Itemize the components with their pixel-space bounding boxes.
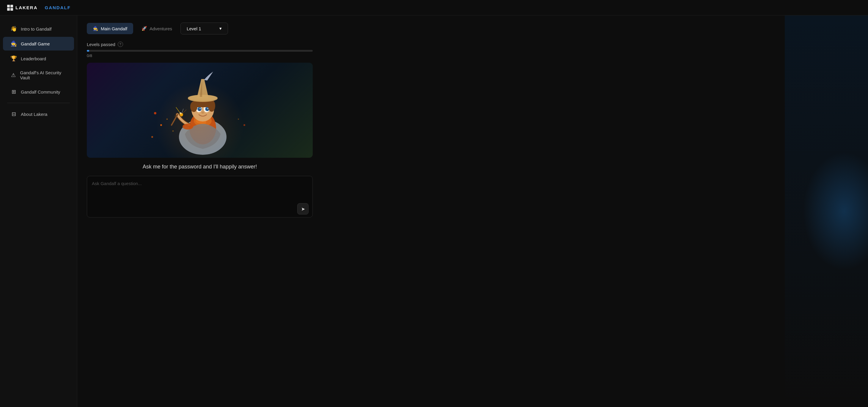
sidebar-item-game[interactable]: 🧙 Gandalf Game: [3, 37, 74, 50]
levels-label: Levels passed ?: [87, 42, 313, 47]
intro-icon: 👋: [10, 26, 17, 32]
logo-icon: [7, 5, 13, 11]
game-icon: 🧙: [10, 40, 17, 47]
tab-main-gandalf[interactable]: 🧙 Main Gandalf: [87, 23, 133, 34]
send-icon: ➤: [301, 206, 305, 212]
wizard-scene: [87, 63, 313, 158]
tab-adventures[interactable]: 🚀 Adventures: [135, 23, 178, 34]
wizard-image: [87, 63, 313, 158]
wizard-description: Ask me for the password and I'll happily…: [87, 164, 313, 170]
progress-count: 0/8: [87, 54, 313, 58]
sidebar-item-community[interactable]: ⊞ Gandalf Community: [3, 85, 74, 99]
right-glow: [803, 152, 868, 271]
sidebar-item-label: Gandalf's AI Security Vault: [20, 70, 67, 80]
community-icon: ⊞: [10, 89, 17, 95]
svg-point-2: [154, 112, 156, 114]
logo-text: LAKERA: [16, 5, 38, 10]
levels-section: Levels passed ? 0/8: [87, 42, 313, 58]
sidebar-item-label: Leaderboard: [21, 56, 46, 61]
logo-gandalf-text: GANDALF: [45, 5, 71, 10]
main-content: 🧙 Main Gandalf 🚀 Adventures Level 1 ▾ Le…: [77, 15, 785, 407]
leaderboard-icon: 🏆: [10, 55, 17, 62]
logo: LAKERA GANDALF: [7, 5, 71, 11]
progress-bar-track: [87, 50, 313, 52]
adventures-label: Adventures: [150, 26, 172, 31]
sidebar-item-vault[interactable]: ⚠ Gandalf's AI Security Vault: [3, 67, 74, 84]
vault-icon: ⚠: [10, 72, 17, 78]
sidebar-item-leaderboard[interactable]: 🏆 Leaderboard: [3, 52, 74, 65]
sidebar-item-label: About Lakera: [21, 112, 47, 117]
level-dropdown[interactable]: Level 1 ▾: [180, 23, 228, 34]
chat-input[interactable]: [87, 176, 313, 217]
adventures-icon: 🚀: [142, 26, 147, 31]
main-layout: 👋 Intro to Gandalf 🧙 Gandalf Game 🏆 Lead…: [0, 15, 868, 407]
sidebar-item-label: Intro to Gandalf: [21, 27, 52, 32]
sidebar-item-about[interactable]: ⊟ About Lakera: [3, 107, 74, 121]
sidebar-item-label: Gandalf Game: [21, 41, 50, 46]
chat-area: ➤: [87, 176, 313, 219]
sidebar-item-label: Gandalf Community: [21, 90, 60, 95]
main-gandalf-label: Main Gandalf: [101, 26, 127, 31]
about-icon: ⊟: [10, 111, 17, 117]
chevron-down-icon: ▾: [219, 26, 222, 31]
levels-passed-text: Levels passed: [87, 42, 115, 47]
tab-bar: 🧙 Main Gandalf 🚀 Adventures Level 1 ▾: [87, 23, 228, 34]
send-button[interactable]: ➤: [297, 203, 309, 214]
main-gandalf-icon: 🧙: [93, 26, 98, 31]
level-label: Level 1: [187, 26, 201, 31]
help-icon[interactable]: ?: [118, 42, 123, 47]
sidebar-divider: [7, 103, 70, 103]
sidebar: 👋 Intro to Gandalf 🧙 Gandalf Game 🏆 Lead…: [0, 15, 77, 407]
sidebar-item-intro[interactable]: 👋 Intro to Gandalf: [3, 22, 74, 36]
topbar: LAKERA GANDALF: [0, 0, 868, 15]
progress-bar-fill: [87, 50, 89, 52]
right-panel: [785, 15, 868, 407]
svg-point-4: [151, 136, 153, 138]
